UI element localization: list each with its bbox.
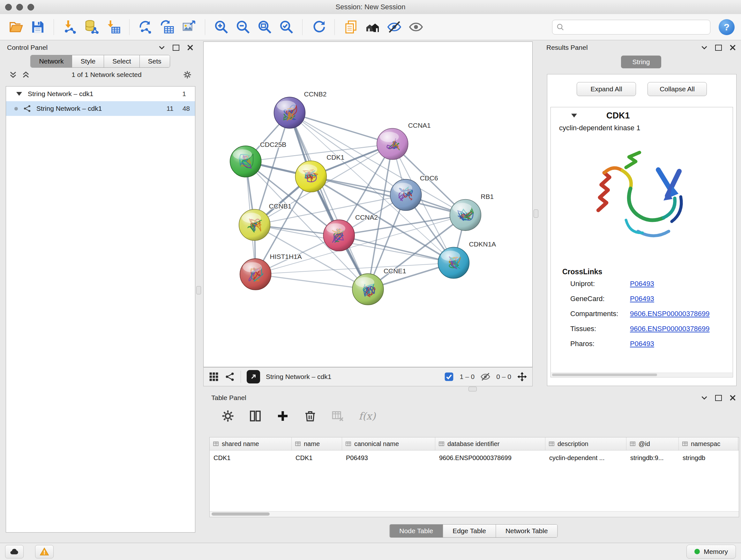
- tab-network-table[interactable]: Network Table: [496, 524, 557, 537]
- import-network-file-button[interactable]: [60, 17, 79, 37]
- panel-menu-icon[interactable]: [158, 44, 165, 51]
- network-node[interactable]: [323, 220, 354, 251]
- apply-layout-button[interactable]: [309, 17, 328, 37]
- folder-open-icon: [9, 19, 23, 35]
- network-node[interactable]: [352, 273, 384, 305]
- network-edge[interactable]: [289, 113, 392, 144]
- gear-icon[interactable]: [183, 71, 192, 79]
- memory-button[interactable]: Memory: [686, 545, 736, 559]
- zoom-selected-button[interactable]: [277, 17, 296, 37]
- column-header[interactable]: description: [545, 437, 626, 450]
- crosslink-link[interactable]: P06493: [630, 340, 654, 348]
- tab-select[interactable]: Select: [104, 55, 139, 67]
- zoom-out-button[interactable]: [233, 17, 253, 37]
- pan-crosshair-icon[interactable]: [517, 372, 527, 382]
- disclosure-triangle-icon[interactable]: [16, 92, 22, 96]
- collapse-all-icon[interactable]: [9, 71, 17, 79]
- close-panel-icon[interactable]: [187, 44, 193, 51]
- scrollbar-handle[interactable]: [212, 512, 270, 516]
- panel-menu-icon[interactable]: [701, 44, 708, 51]
- node-gloss-highlight: [326, 223, 345, 233]
- column-header[interactable]: database identifier: [435, 437, 545, 450]
- crosslink-row: Compartments:9606.ENSP00000378699: [551, 306, 733, 321]
- table-row[interactable]: CDK1CDK1P064939606.ENSP00000378699cyclin…: [210, 450, 739, 465]
- panel-menu-icon[interactable]: [701, 395, 708, 401]
- network-canvas[interactable]: CCNB2CCNA1CDC25BCDK1CDC6RB1CCNB1CCNA2CDK…: [204, 42, 532, 367]
- network-node[interactable]: [438, 247, 469, 278]
- column-header[interactable]: namespac: [679, 437, 738, 450]
- clone-network-button[interactable]: [158, 17, 177, 37]
- tab-style[interactable]: Style: [72, 55, 104, 67]
- share-network-icon[interactable]: [225, 372, 235, 382]
- show-columns-icon[interactable]: [249, 410, 262, 422]
- close-panel-icon[interactable]: [730, 395, 736, 401]
- column-header[interactable]: name: [292, 437, 342, 450]
- node-label: CCNB1: [269, 202, 292, 210]
- crosslink-link[interactable]: 9606.ENSP00000378699: [630, 310, 710, 318]
- tab-sets[interactable]: Sets: [140, 55, 170, 67]
- hide-selected-button[interactable]: [385, 17, 404, 37]
- network-edge[interactable]: [339, 235, 454, 263]
- crosslink-link[interactable]: P06493: [630, 295, 654, 303]
- add-column-icon[interactable]: [276, 410, 289, 422]
- network-edge[interactable]: [289, 113, 368, 289]
- tab-node-table[interactable]: Node Table: [390, 524, 443, 537]
- help-button[interactable]: ?: [719, 19, 735, 35]
- new-network-from-selection-button[interactable]: [136, 17, 155, 37]
- save-session-button[interactable]: [28, 17, 47, 37]
- scrollbar-handle[interactable]: [552, 374, 657, 376]
- selected-checkbox-icon[interactable]: [444, 372, 454, 382]
- warnings-button[interactable]: [35, 545, 54, 558]
- open-session-button[interactable]: [6, 17, 25, 37]
- network-node[interactable]: [377, 128, 408, 160]
- tab-network[interactable]: Network: [30, 55, 72, 67]
- export-image-button[interactable]: [179, 17, 199, 37]
- network-edge[interactable]: [256, 274, 368, 289]
- annotations-button[interactable]: [341, 17, 360, 37]
- network-collection-row[interactable]: String Network – cdk1 1: [6, 86, 195, 101]
- network-node[interactable]: [390, 179, 421, 211]
- column-header[interactable]: canonical name: [342, 437, 435, 450]
- crosslink-link[interactable]: P06493: [630, 280, 654, 288]
- tab-edge-table[interactable]: Edge Table: [443, 524, 496, 537]
- search-input[interactable]: [567, 23, 706, 31]
- results-horizontal-scrollbar[interactable]: [551, 373, 732, 377]
- splitter-handle[interactable]: [534, 209, 538, 218]
- show-hidden-button[interactable]: [406, 17, 425, 37]
- float-panel-icon[interactable]: [715, 45, 722, 51]
- close-panel-icon[interactable]: [730, 44, 736, 51]
- network-node[interactable]: [450, 199, 481, 231]
- network-node[interactable]: [230, 146, 261, 177]
- table-horizontal-scrollbar[interactable]: [210, 511, 739, 517]
- import-network-database-button[interactable]: [82, 17, 101, 37]
- import-table-button[interactable]: [104, 17, 123, 37]
- search-field[interactable]: [552, 20, 711, 35]
- float-panel-icon[interactable]: [173, 45, 179, 51]
- birds-eye-grid-icon[interactable]: [209, 372, 219, 382]
- network-node[interactable]: [295, 161, 327, 192]
- show-all-button[interactable]: [363, 17, 382, 37]
- collapse-all-button[interactable]: Collapse All: [648, 82, 707, 96]
- network-node[interactable]: [274, 97, 306, 128]
- network-row-selected[interactable]: String Network – cdk1 11 48: [6, 101, 195, 116]
- zoom-fit-button[interactable]: [255, 17, 274, 37]
- gear-icon[interactable]: [221, 410, 234, 422]
- hidden-eye-slash-icon[interactable]: [480, 372, 490, 382]
- zoom-in-button[interactable]: [212, 17, 231, 37]
- column-header[interactable]: shared name: [210, 437, 292, 450]
- cloud-status-button[interactable]: [5, 545, 23, 558]
- expand-all-button[interactable]: Expand All: [577, 82, 636, 96]
- tab-string[interactable]: String: [621, 56, 662, 68]
- splitter-handle[interactable]: [196, 286, 201, 294]
- delete-column-icon[interactable]: [304, 410, 317, 422]
- detach-view-button[interactable]: [247, 370, 260, 383]
- splitter-handle[interactable]: [468, 387, 477, 391]
- float-panel-icon[interactable]: [715, 395, 722, 401]
- disclosure-triangle-icon[interactable]: [571, 114, 577, 118]
- column-header[interactable]: @id: [626, 437, 679, 450]
- expand-all-icon[interactable]: [22, 71, 30, 79]
- network-node[interactable]: [239, 209, 270, 240]
- network-node[interactable]: [240, 259, 271, 290]
- gene-section-header[interactable]: CDK1: [551, 107, 733, 124]
- crosslink-link[interactable]: 9606.ENSP00000378699: [630, 325, 710, 333]
